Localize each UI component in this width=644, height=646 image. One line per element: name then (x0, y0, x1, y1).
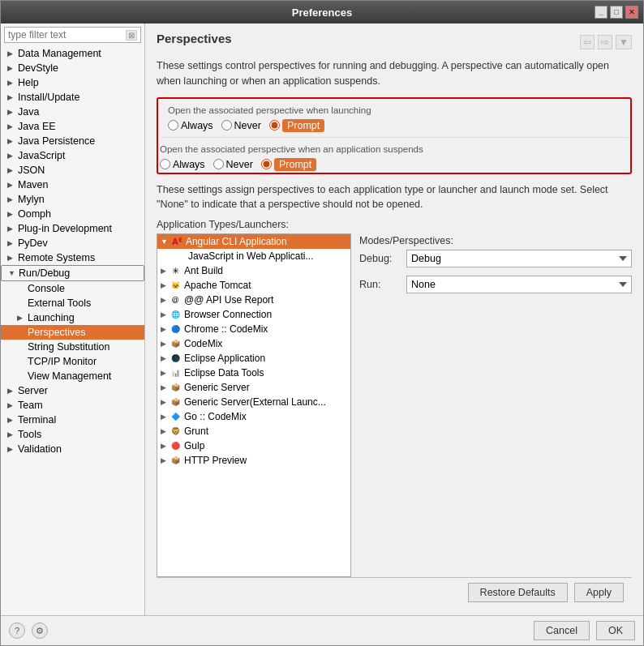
suspends-prompt-option[interactable]: Prompt (261, 158, 316, 171)
content-area: Perspectives ⇦ ⇨ ▼ These settings contro… (145, 24, 643, 615)
sidebar-item-label: External Tools (28, 297, 91, 309)
sidebar-item-remote-systems[interactable]: ▶ Remote Systems (1, 250, 144, 265)
sidebar-item-server[interactable]: ▶ Server (1, 383, 144, 398)
app-launchers-list: ▼ Aᴱ Angular CLI Application JavaScript … (157, 233, 351, 577)
sidebar-item-label: Java Persistence (18, 135, 95, 147)
run-label: Run: (359, 279, 400, 290)
sidebar-item-external-tools[interactable]: External Tools (1, 296, 144, 310)
launching-legend: Open the associated perspective when lau… (168, 105, 620, 115)
sidebar-item-javascript[interactable]: ▶ JavaScript (1, 148, 144, 163)
suspends-always-radio[interactable] (160, 159, 170, 169)
sidebar-item-view-management[interactable]: View Management (1, 369, 144, 383)
list-item[interactable]: ▶ 🌑 Eclipse Application (157, 351, 350, 366)
sidebar-item-help[interactable]: ▶ Help (1, 75, 144, 90)
list-item[interactable]: ▶ 📦 Generic Server (157, 380, 350, 395)
sidebar-item-label: Team (18, 400, 43, 411)
sidebar-item-label: TCP/IP Monitor (28, 356, 97, 367)
launching-never-radio[interactable] (221, 120, 232, 130)
search-clear-button[interactable]: ⊠ (126, 30, 137, 41)
sidebar-item-java-ee[interactable]: ▶ Java EE (1, 119, 144, 134)
list-item[interactable]: ▶ 📦 CodeMix (157, 336, 350, 351)
search-input[interactable] (8, 29, 126, 41)
expand-arrow: ▶ (7, 387, 15, 395)
launching-always-option[interactable]: Always (168, 120, 213, 131)
sidebar-item-run-debug[interactable]: ▼ Run/Debug (1, 265, 144, 281)
maximize-button[interactable]: □ (610, 6, 623, 19)
expand-arrow: ▶ (7, 210, 15, 218)
debug-select[interactable]: Debug None Java (406, 250, 632, 267)
launching-never-option[interactable]: Never (221, 120, 261, 131)
restore-defaults-button[interactable]: Restore Defaults (468, 583, 568, 602)
list-item[interactable]: ▶ @ @@ API Use Report (157, 293, 350, 307)
sidebar-item-java-persistence[interactable]: ▶ Java Persistence (1, 134, 144, 148)
eclipse-icon: 🌑 (170, 353, 181, 364)
sidebar-item-validation[interactable]: ▶ Validation (1, 442, 144, 456)
sidebar-item-json[interactable]: ▶ JSON (1, 163, 144, 178)
suspends-legend: Open the associated perspective when an … (160, 144, 629, 154)
go-icon: 🔷 (170, 411, 181, 422)
search-box[interactable]: ⊠ (4, 27, 141, 43)
sidebar-item-devstyle[interactable]: ▶ DevStyle (1, 61, 144, 75)
list-item[interactable]: ▶ 🐱 Apache Tomcat (157, 278, 350, 293)
sidebar-item-label: PyDev (18, 237, 48, 249)
sidebar-item-tools[interactable]: ▶ Tools (1, 427, 144, 442)
settings-button[interactable]: ⚙ (32, 622, 48, 639)
close-button[interactable]: ✕ (625, 6, 638, 19)
expand-icon: ▶ (161, 340, 166, 348)
ok-button[interactable]: OK (596, 621, 635, 640)
sidebar-item-label: Tools (18, 429, 41, 440)
list-item[interactable]: ▶ 📦 HTTP Preview (157, 453, 350, 468)
list-item[interactable]: ▶ 📦 Generic Server(External Launc... (157, 395, 350, 409)
back-button[interactable]: ⇦ (580, 35, 595, 49)
suspends-prompt-radio[interactable] (261, 159, 272, 169)
launching-prompt-radio[interactable] (269, 120, 280, 130)
apply-button[interactable]: Apply (574, 583, 624, 602)
suspends-always-option[interactable]: Always (160, 159, 205, 170)
sidebar-item-mylyn[interactable]: ▶ Mylyn (1, 192, 144, 207)
expand-arrow: ▶ (7, 401, 15, 409)
debug-mode-row: Debug: Debug None Java (359, 250, 632, 267)
list-item[interactable]: ▶ 🌐 Browser Connection (157, 307, 350, 322)
sidebar-item-install-update[interactable]: ▶ Install/Update (1, 90, 144, 105)
sidebar-item-console[interactable]: Console (1, 281, 144, 296)
sidebar-item-pydev[interactable]: ▶ PyDev (1, 236, 144, 250)
sidebar-item-oomph[interactable]: ▶ Oomph (1, 207, 144, 221)
list-item[interactable]: ▶ 🔷 Go :: CodeMix (157, 409, 350, 424)
dropdown-button[interactable]: ▼ (616, 35, 632, 49)
launching-prompt-option[interactable]: Prompt (269, 119, 324, 132)
help-button[interactable]: ? (9, 622, 25, 639)
sidebar-item-terminal[interactable]: ▶ Terminal (1, 413, 144, 427)
expand-arrow: ▶ (7, 445, 15, 453)
suspends-never-radio[interactable] (213, 159, 224, 169)
list-item[interactable]: JavaScript in Web Applicati... (157, 249, 350, 263)
expand-arrow: ▶ (7, 195, 15, 203)
launching-always-radio[interactable] (168, 120, 178, 130)
list-item[interactable]: ▶ 🔴 Gulp (157, 439, 350, 453)
cancel-button[interactable]: Cancel (534, 621, 590, 640)
forward-button[interactable]: ⇨ (598, 35, 612, 49)
sidebar-item-tcp-ip-monitor[interactable]: TCP/IP Monitor (1, 354, 144, 369)
titlebar: Preferences _ □ ✕ (1, 1, 643, 24)
run-select[interactable]: None Debug Java (406, 276, 632, 293)
sidebar-item-team[interactable]: ▶ Team (1, 398, 144, 413)
minimize-button[interactable]: _ (595, 6, 608, 19)
sidebar-item-java[interactable]: ▶ Java (1, 105, 144, 119)
list-item[interactable]: ▶ 🦁 Grunt (157, 424, 350, 439)
sidebar-item-launching[interactable]: ▶ Launching (1, 310, 144, 325)
expand-icon: ▶ (161, 281, 166, 289)
expand-arrow: ▶ (7, 79, 15, 87)
main-area: ⊠ ▶ Data Management ▶ DevStyle ▶ Help ▶ (1, 24, 643, 615)
sidebar-item-maven[interactable]: ▶ Maven (1, 178, 144, 192)
list-item[interactable]: ▶ 📊 Eclipse Data Tools (157, 366, 350, 380)
sidebar-item-plugin-development[interactable]: ▶ Plug-in Development (1, 221, 144, 236)
list-item[interactable]: ▶ ✳ Ant Build (157, 263, 350, 278)
tomcat-icon: 🐱 (170, 280, 181, 291)
list-item[interactable]: ▼ Aᴱ Angular CLI Application (157, 234, 350, 249)
expand-arrow: ▶ (7, 108, 15, 116)
sidebar-item-data-management[interactable]: ▶ Data Management (1, 46, 144, 61)
sidebar-item-perspectives[interactable]: Perspectives (1, 325, 144, 340)
expand-arrow: ▶ (7, 166, 15, 174)
suspends-never-option[interactable]: Never (213, 159, 253, 170)
sidebar-item-string-substitution[interactable]: String Substitution (1, 340, 144, 354)
list-item[interactable]: ▶ 🔵 Chrome :: CodeMix (157, 322, 350, 336)
